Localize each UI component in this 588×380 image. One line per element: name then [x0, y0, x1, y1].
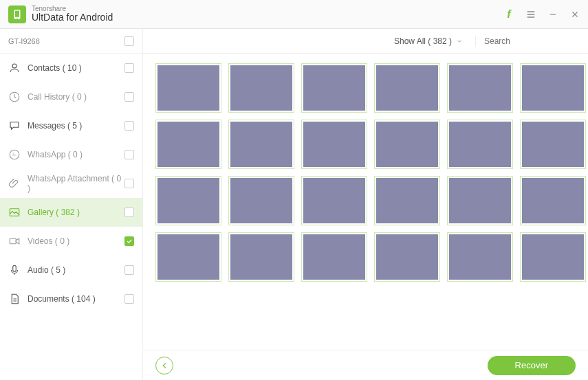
- sidebar-item-messages[interactable]: Messages ( 5 ): [0, 111, 142, 140]
- thumbnail[interactable]: [301, 176, 367, 225]
- app-name: UltData for Android: [32, 12, 113, 23]
- sidebar-item-label: WhatsApp Attachment ( 0 ): [28, 174, 124, 193]
- thumbnail-image: [449, 65, 511, 111]
- svg-rect-1: [15, 10, 19, 16]
- thumbnail[interactable]: [228, 176, 294, 225]
- thumbnail[interactable]: [374, 232, 440, 282]
- category-checkbox[interactable]: [124, 179, 134, 188]
- category-checkbox[interactable]: [124, 236, 134, 246]
- thumbnail[interactable]: [228, 232, 294, 282]
- share-icon[interactable]: f: [503, 8, 515, 21]
- main-panel: Show All ( 382 ) Recover: [143, 29, 588, 380]
- window-controls: f: [503, 8, 581, 21]
- thumbnail-image: [303, 234, 365, 280]
- thumbnail-image: [303, 65, 365, 111]
- thumbnail-image: [157, 122, 219, 167]
- thumbnail-image: [449, 122, 511, 167]
- thumbnail[interactable]: [447, 63, 513, 113]
- thumbnail[interactable]: [155, 63, 221, 113]
- whatsapp-icon: [8, 148, 21, 161]
- minimize-icon[interactable]: [547, 8, 559, 21]
- thumbnail[interactable]: [520, 232, 586, 282]
- thumbnail-image: [449, 234, 511, 280]
- back-button[interactable]: [155, 357, 173, 375]
- filter-dropdown[interactable]: Show All ( 382 ): [394, 36, 463, 46]
- recover-button[interactable]: Recover: [488, 356, 576, 375]
- thumbnail[interactable]: [155, 176, 221, 225]
- thumbnail[interactable]: [374, 120, 440, 169]
- thumbnail-image: [157, 65, 219, 111]
- thumbnail[interactable]: [520, 63, 586, 113]
- category-checkbox[interactable]: [124, 121, 134, 131]
- thumbnail-image: [230, 178, 292, 223]
- thumbnail-image: [230, 234, 292, 280]
- sidebar-item-waattach[interactable]: WhatsApp Attachment ( 0 ): [0, 169, 142, 198]
- toolbar: Show All ( 382 ): [143, 29, 588, 54]
- thumbnail-image: [522, 122, 584, 167]
- thumbnail-image: [230, 122, 292, 167]
- menu-icon[interactable]: [525, 8, 537, 21]
- close-icon[interactable]: [569, 8, 581, 21]
- thumbnail-image: [230, 65, 292, 111]
- sidebar-item-contacts[interactable]: Contacts ( 10 ): [0, 54, 142, 82]
- category-checkbox[interactable]: [124, 294, 134, 304]
- sidebar-item-videos[interactable]: Videos ( 0 ): [0, 227, 142, 256]
- category-checkbox[interactable]: [124, 63, 134, 73]
- thumbnail[interactable]: [520, 120, 586, 169]
- thumbnail[interactable]: [447, 232, 513, 282]
- sidebar-item-label: Contacts ( 10 ): [28, 63, 124, 73]
- thumbnail[interactable]: [228, 120, 294, 169]
- videos-icon: [8, 235, 21, 247]
- thumbnail[interactable]: [301, 120, 367, 169]
- sidebar-item-label: Messages ( 5 ): [28, 121, 124, 131]
- device-name: GT-I9268: [8, 37, 40, 45]
- thumbnail-image: [376, 234, 438, 280]
- contacts-icon: [8, 62, 21, 74]
- category-checkbox[interactable]: [124, 150, 134, 159]
- thumbnail[interactable]: [301, 232, 367, 282]
- category-checkbox[interactable]: [124, 208, 134, 217]
- sidebar: GT-I9268 Contacts ( 10 )Call History ( 0…: [0, 29, 143, 380]
- thumbnail-image: [522, 234, 584, 280]
- thumbnail-image: [449, 178, 511, 223]
- thumbnail[interactable]: [155, 120, 221, 169]
- sidebar-item-audio[interactable]: Audio ( 5 ): [0, 256, 142, 284]
- waattach-icon: [8, 177, 21, 190]
- sidebar-item-whatsapp[interactable]: WhatsApp ( 0 ): [0, 140, 142, 169]
- device-row[interactable]: GT-I9268: [0, 29, 142, 54]
- device-checkbox[interactable]: [124, 36, 134, 46]
- thumbnail-image: [157, 234, 219, 280]
- svg-point-2: [17, 17, 18, 19]
- search-wrap: [475, 36, 578, 47]
- thumbnail[interactable]: [447, 176, 513, 225]
- thumbnail[interactable]: [228, 63, 294, 113]
- filter-label: Show All ( 382 ): [394, 36, 452, 46]
- thumbnail-image: [376, 178, 438, 223]
- category-list: Contacts ( 10 )Call History ( 0 )Message…: [0, 54, 142, 313]
- titlebar: Tenorshare UltData for Android f: [0, 0, 588, 29]
- thumbnail[interactable]: [155, 232, 221, 282]
- sidebar-item-documents[interactable]: Documents ( 104 ): [0, 284, 142, 313]
- thumbnail[interactable]: [374, 176, 440, 225]
- search-input[interactable]: [484, 36, 587, 46]
- app-titles: Tenorshare UltData for Android: [32, 5, 113, 23]
- callhist-icon: [8, 91, 21, 103]
- thumbnail[interactable]: [520, 176, 586, 225]
- thumbnail[interactable]: [374, 63, 440, 113]
- svg-rect-8: [13, 265, 17, 271]
- audio-icon: [8, 264, 21, 276]
- thumbnail-image: [303, 178, 365, 223]
- messages-icon: [8, 120, 21, 132]
- sidebar-item-label: Call History ( 0 ): [28, 92, 124, 102]
- sidebar-item-gallery[interactable]: Gallery ( 382 ): [0, 198, 142, 227]
- category-checkbox[interactable]: [124, 92, 134, 102]
- sidebar-item-callhist[interactable]: Call History ( 0 ): [0, 82, 142, 111]
- category-checkbox[interactable]: [124, 265, 134, 275]
- thumbnail-image: [522, 178, 584, 223]
- documents-icon: [8, 293, 21, 305]
- thumbnail[interactable]: [447, 120, 513, 169]
- thumbnail-image: [376, 122, 438, 167]
- chevron-down-icon: [456, 38, 463, 45]
- svg-rect-7: [10, 238, 16, 244]
- thumbnail[interactable]: [301, 63, 367, 113]
